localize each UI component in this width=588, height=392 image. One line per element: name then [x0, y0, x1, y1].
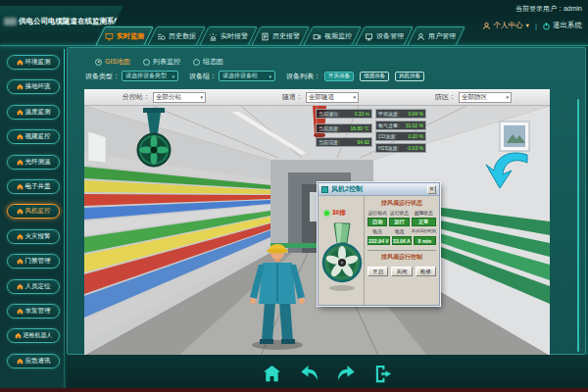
main-tabs: 实时监测 历史数据 实时报警 历史报警 — [100, 26, 461, 46]
sidebar: 环境监测 接地环流 温度监测 视频监控 光纤测温 电子井盖 风机监控 火灾报警 — [7, 55, 60, 378]
logout-link[interactable]: 退出系统 — [542, 21, 582, 30]
dialog-divider — [368, 250, 436, 251]
sidebar-item-video-monitor[interactable]: 视频监控 — [7, 129, 60, 144]
header: 供电公司电缆隧道在线监测系统 实时监测 历史数据 实时报警 — [0, 0, 588, 46]
run-state-label: 运行状态 — [389, 210, 409, 216]
fan-maintenance-button[interactable]: 检修 — [416, 267, 436, 276]
house-icon — [17, 159, 24, 166]
user-mgmt-icon — [416, 32, 425, 41]
header-divider-line — [0, 45, 588, 46]
device-type-label: 设备类型： — [85, 72, 120, 81]
radio-scada-view[interactable]: 组态图 — [193, 57, 223, 67]
house-icon — [17, 109, 24, 116]
person-icon — [482, 22, 491, 30]
fault-state-value: 正常 — [412, 218, 436, 226]
sidebar-item-label: 环境监测 — [25, 58, 51, 67]
home-icon[interactable] — [261, 363, 283, 385]
sidebar-item-env-monitor[interactable]: 环境监测 — [7, 55, 60, 70]
scene-filter-bar: 分控站： 全部分站▾ 隧道： 全部隧道▾ 防区： 全部防区▾ — [84, 89, 550, 106]
current-label: 电流 — [389, 228, 409, 234]
sidebar-item-label: 视频监控 — [25, 132, 51, 141]
device-group-select[interactable]: 请选择设备组 ▾ — [219, 71, 275, 81]
radio-gis-map[interactable]: GIS地图 — [95, 57, 130, 67]
substation-select[interactable]: 全部分站▾ — [153, 92, 206, 103]
device-button-fan[interactable]: 风机设备 — [395, 72, 424, 81]
sensor-humidity: 当前湿度:94.92 — [316, 137, 372, 147]
sidebar-item-fan-monitor[interactable]: 风机监控 — [7, 204, 60, 219]
radio-list-monitor[interactable]: 列表监控 — [143, 57, 180, 67]
fan-control-section-title: 排风扇运行控制 — [381, 253, 422, 262]
sidebar-item-inspection-robot[interactable]: 巡检机器人 — [7, 328, 60, 343]
fan-start-button[interactable]: 开启 — [368, 267, 388, 276]
sidebar-item-ground-circulation[interactable]: 接地环流 — [7, 79, 60, 94]
user-area: 当前登录用户：admin 个人中心 ▼ | 退出系统 — [482, 4, 582, 30]
sidebar-item-label: 门禁管理 — [25, 257, 51, 266]
sidebar-item-fiber-temp[interactable]: 光纤测温 — [7, 155, 60, 170]
tab-history-alarm[interactable]: 历史报警 — [251, 26, 310, 46]
sidebar-item-label: 火灾报警 — [25, 232, 51, 241]
wall-sign — [500, 122, 529, 151]
sidebar-item-label: 人员定位 — [25, 282, 51, 291]
radio-icon — [95, 59, 102, 66]
tab-label: 历史报警 — [272, 31, 300, 41]
device-list: 开关设备 烟感设备 风机设备 — [324, 72, 424, 81]
tab-history-data[interactable]: 历史数据 — [147, 26, 206, 46]
house-icon — [17, 233, 24, 240]
run-mode-label: 运行模式 — [368, 210, 387, 216]
tab-label: 历史数据 — [169, 31, 196, 41]
house-icon — [17, 133, 24, 140]
chevron-down-icon: ▾ — [172, 74, 174, 79]
exit-icon[interactable] — [372, 363, 395, 385]
forward-icon[interactable] — [335, 363, 358, 385]
realtime-monitor-icon — [105, 32, 114, 41]
zone-select[interactable]: 全部防区▾ — [459, 92, 512, 103]
house-icon — [17, 283, 24, 290]
runtime-label: 本次运行时间 — [412, 228, 436, 234]
tab-label: 视频监控 — [324, 31, 352, 41]
bottom-nav-bar — [67, 355, 588, 392]
history-alarm-icon — [261, 32, 270, 41]
divider: | — [535, 22, 537, 30]
sidebar-item-electronic-manhole[interactable]: 电子井盖 — [7, 179, 60, 194]
sensor-readout-panel: 当前液位:0.32 m 当前温度:16.80 ℃ 当前湿度:94.92 甲烷浓度… — [316, 109, 426, 153]
tab-label: 设备管理 — [376, 31, 404, 41]
fan-status-visual: 3#排 — [318, 196, 365, 305]
scrollbar[interactable] — [577, 99, 579, 352]
runtime-value: 8 min — [414, 236, 436, 245]
tab-realtime-alarm[interactable]: 实时报警 — [199, 26, 258, 46]
personal-center-link[interactable]: 个人中心 ▼ — [482, 21, 529, 30]
run-mode-value: 自动 — [368, 218, 387, 226]
status-led — [324, 211, 329, 216]
fan-id-label: 3#排 — [332, 209, 346, 218]
power-icon — [542, 22, 551, 30]
sidebar-item-fire-alarm[interactable]: 火灾报警 — [7, 229, 60, 244]
tunnel-select[interactable]: 全部隧道▾ — [306, 92, 359, 103]
view-mode-radios: GIS地图 列表监控 组态图 — [95, 57, 223, 67]
house-icon — [17, 83, 24, 90]
close-icon[interactable]: × — [427, 185, 436, 194]
tab-user-mgmt[interactable]: 用户管理 — [407, 26, 466, 46]
device-type-select[interactable]: 请选择设备类型 ▾ — [122, 71, 178, 81]
sidebar-item-access-control[interactable]: 门禁管理 — [7, 254, 60, 269]
house-icon — [17, 258, 24, 265]
sidebar-item-personnel-location[interactable]: 人员定位 — [7, 279, 60, 294]
personal-center-label: 个人中心 — [493, 21, 522, 30]
tab-video-monitor[interactable]: 视频监控 — [303, 26, 362, 46]
device-mgmt-icon — [365, 32, 373, 41]
substation-filter-label: 分控站： — [122, 92, 150, 102]
fan-stop-button[interactable]: 关闭 — [391, 267, 412, 276]
sidebar-item-emergency-comm[interactable]: 应急通讯 — [7, 354, 60, 368]
device-button-smoke[interactable]: 烟感设备 — [360, 72, 389, 81]
sidebar-item-pump-mgmt[interactable]: 水泵管理 — [7, 304, 60, 318]
dialog-titlebar[interactable]: 风机2控制 × — [318, 183, 439, 196]
device-group-value: 请选择设备组 — [222, 72, 258, 80]
sidebar-item-label: 温度监测 — [25, 108, 51, 117]
sidebar-item-temp-monitor[interactable]: 温度监测 — [7, 105, 60, 120]
back-icon[interactable] — [298, 363, 320, 385]
device-button-switch[interactable]: 开关设备 — [324, 72, 354, 81]
house-icon — [17, 183, 24, 190]
tab-realtime-monitor[interactable]: 实时监测 — [95, 26, 154, 46]
dialog-title: 风机2控制 — [331, 184, 424, 194]
device-group-label: 设备组： — [189, 72, 217, 81]
tab-device-mgmt[interactable]: 设备管理 — [355, 26, 414, 46]
